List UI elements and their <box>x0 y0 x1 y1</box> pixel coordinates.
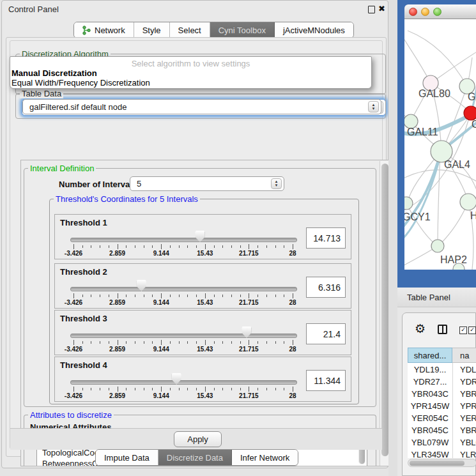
slider-minor-tick <box>187 388 188 390</box>
table-row[interactable]: YBR043CYBR0 <box>408 388 476 400</box>
slider-track[interactable] <box>70 380 297 385</box>
cell-shared-name[interactable]: YPR145W <box>408 400 452 412</box>
slider-major-tick <box>249 340 249 345</box>
minimize-traffic-light-icon[interactable] <box>421 8 429 16</box>
table-row[interactable]: YER054CYER0 <box>408 412 476 424</box>
threshold-value-field[interactable]: 21.4 <box>306 323 346 344</box>
slider-major-tick <box>205 244 206 249</box>
cell-name[interactable]: YER0 <box>452 412 476 424</box>
slider-tick-label: 28 <box>289 392 296 399</box>
slider-minor-tick <box>240 295 241 297</box>
gear-icon[interactable]: ⚙ <box>415 323 426 335</box>
network-edge[interactable] <box>404 29 431 83</box>
zoom-traffic-light-icon[interactable] <box>433 8 441 16</box>
close-icon[interactable]: ✖ <box>378 4 385 13</box>
float-window-icon[interactable] <box>368 6 375 13</box>
table-horizontal-scrollbar[interactable] <box>408 459 476 467</box>
table-row[interactable]: YDR27...YDR2 <box>408 376 476 388</box>
table-row[interactable]: YBR045CYBR0 <box>408 424 476 436</box>
threshold-value-field[interactable]: 6.316 <box>306 277 346 298</box>
table-row[interactable]: YPR145WYPR1 <box>408 400 476 412</box>
column-header-1[interactable]: shared... <box>408 348 452 363</box>
slider-tick-label: 21.715 <box>239 392 259 399</box>
tab-jactivemnodules[interactable]: jActiveMNodules <box>275 22 353 38</box>
tab-impute-data[interactable]: Impute Data <box>96 450 158 465</box>
cell-shared-name[interactable]: YDR27... <box>408 376 452 388</box>
cell-shared-name[interactable]: YBR045C <box>408 424 452 436</box>
threshold-label: Threshold 1 <box>60 218 107 227</box>
number-of-intervals-combobox[interactable]: 5 ▲▼ <box>130 176 284 191</box>
cell-shared-name[interactable]: YBL079W <box>408 436 452 449</box>
close-traffic-light-icon[interactable] <box>409 8 417 16</box>
split-panel-icon[interactable] <box>438 325 447 334</box>
node-label-hap2: HAP2 <box>440 254 467 265</box>
tab-cyni-toolbox[interactable]: Cyni Toolbox <box>210 22 275 38</box>
cell-shared-name[interactable]: YBR043C <box>408 388 452 400</box>
cell-name[interactable]: YDL1 <box>452 364 476 376</box>
slider-track[interactable] <box>70 334 297 338</box>
slider-major-tick <box>73 340 74 345</box>
slider-minor-tick <box>170 245 171 248</box>
slider-minor-tick <box>240 341 241 344</box>
slider-minor-tick <box>82 341 83 344</box>
node-label-ga: GA <box>468 91 476 102</box>
slider-major-tick <box>249 244 249 249</box>
apply-button[interactable]: Apply <box>174 431 222 447</box>
cell-name[interactable]: YBR0 <box>452 388 476 400</box>
threshold-panel-3: Threshold 3-3.4262.8599.14415.4321.71528… <box>54 310 351 355</box>
slider-track[interactable] <box>70 238 297 242</box>
network-window-titlebar[interactable] <box>404 4 476 19</box>
table-row[interactable]: YDL19...YDL1 <box>408 364 476 376</box>
network-node[interactable] <box>431 240 444 252</box>
threshold-value-field[interactable]: 11.344 <box>306 370 346 391</box>
slider-minor-tick <box>91 245 91 248</box>
slider-tick-label: 15.43 <box>197 299 213 306</box>
cell-shared-name[interactable]: YER054C <box>408 412 452 424</box>
tab-style[interactable]: Style <box>134 22 170 38</box>
algorithm-option-manual-discretization[interactable]: Manual Discretization <box>12 68 97 78</box>
tab-label: Cyni Toolbox <box>219 26 266 35</box>
network-node[interactable] <box>464 106 476 120</box>
cell-shared-name[interactable]: YDL19... <box>408 364 452 376</box>
slider-track[interactable] <box>70 287 297 291</box>
table-data-combobox[interactable]: galFiltered.sif default node ▲▼ <box>22 99 381 114</box>
network-view-window: GAL80GACGAL11GAL4GCY1HHAP2 <box>397 0 476 288</box>
table-row[interactable]: YBL079WYBL0 <box>408 436 476 449</box>
table-row[interactable]: YLR345WYLR3 <box>408 449 476 458</box>
cell-name[interactable]: YBR0 <box>452 424 476 436</box>
network-node[interactable] <box>460 194 476 210</box>
slider-minor-tick <box>240 388 241 390</box>
algorithm-option-equal-width-frequency-discretization[interactable]: Equal Width/Frequency Discretization <box>12 78 150 88</box>
node-label-c: C <box>472 119 476 130</box>
tab-discretize-data[interactable]: Discretize Data <box>158 450 232 465</box>
cell-name[interactable]: YLR3 <box>452 449 476 458</box>
network-canvas[interactable]: GAL80GACGAL11GAL4GCY1HHAP2 <box>404 19 476 270</box>
cell-shared-name[interactable]: YLR345W <box>408 449 452 458</box>
combo-stepper-icon[interactable]: ▲▼ <box>368 101 379 112</box>
column-header-2[interactable]: na <box>452 348 476 363</box>
combo-stepper-icon[interactable]: ▲▼ <box>271 178 282 189</box>
network-edge[interactable] <box>404 170 476 182</box>
tab-select[interactable]: Select <box>170 22 210 38</box>
network-node[interactable] <box>404 197 413 210</box>
slider-minor-tick <box>126 388 127 390</box>
tab-infer-network[interactable]: Infer Network <box>232 450 298 465</box>
slider-tick-label: 2.859 <box>109 346 125 353</box>
node-attribute-table: shared...na YDL19...YDL1YDR27...YDR2YBR0… <box>408 348 476 458</box>
slider-tick-label: 9.144 <box>153 250 169 257</box>
tab-network[interactable]: Network <box>74 22 134 38</box>
checkbox-icon[interactable]: ✓ <box>459 326 467 334</box>
checkbox-icon[interactable]: ✓ <box>468 326 476 334</box>
slider-tick-label: 2.859 <box>109 392 125 399</box>
cell-name[interactable]: YBL0 <box>452 436 476 449</box>
cell-name[interactable]: YPR1 <box>452 400 476 412</box>
slider-tick-label: 2.859 <box>109 250 125 257</box>
slider-minor-tick <box>179 295 180 297</box>
slider-minor-tick <box>170 341 171 344</box>
threshold-value-field[interactable]: 14.713 <box>306 227 346 249</box>
cell-name[interactable]: YDR2 <box>452 376 476 388</box>
slider-tick-label: -3.426 <box>65 392 82 399</box>
tab-label: Network <box>95 26 125 35</box>
slider-minor-tick <box>196 388 197 390</box>
panel-divider[interactable] <box>388 0 397 476</box>
